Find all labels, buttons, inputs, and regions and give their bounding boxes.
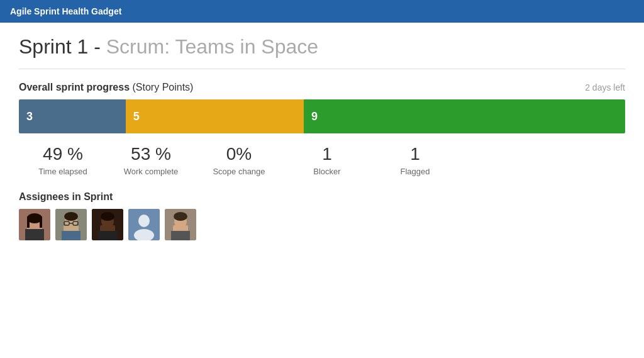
stat-flagged: 1 Flagged [371, 145, 459, 176]
avatar-4[interactable] [128, 209, 160, 240]
bar-segment-green: 9 [304, 99, 625, 133]
avatar-1[interactable] [19, 209, 50, 240]
progress-bar: 3 5 9 [19, 99, 625, 133]
stat-scope-change-label: Scope change [195, 167, 283, 176]
stat-work-complete-label: Work complete [107, 167, 195, 176]
progress-header: Overall sprint progress (Story Points) 2… [19, 82, 625, 93]
bar-green-value: 9 [311, 110, 318, 123]
bar-segment-yellow: 5 [126, 99, 304, 133]
stat-scope-change-value: 0% [195, 145, 283, 164]
svg-rect-27 [171, 231, 190, 240]
avatar-5[interactable] [165, 209, 196, 240]
stat-work-complete-value: 53 % [107, 145, 195, 164]
svg-rect-4 [25, 229, 44, 240]
assignees-title: Assignees in Sprint [19, 191, 625, 203]
svg-rect-5 [27, 216, 30, 228]
stats-row: 49 % Time elapsed 53 % Work complete 0% … [19, 145, 625, 176]
bar-segment-blue: 3 [19, 99, 126, 133]
divider [19, 69, 625, 69]
svg-rect-19 [98, 231, 117, 240]
stat-blocker: 1 Blocker [283, 145, 371, 176]
bar-blue-value: 3 [26, 110, 33, 123]
svg-point-9 [64, 212, 78, 221]
stat-time-elapsed: 49 % Time elapsed [19, 145, 107, 176]
main-content: Sprint 1 - Scrum: Teams in Space Overall… [0, 23, 644, 253]
stat-scope-change: 0% Scope change [195, 145, 283, 176]
avatar-2[interactable] [55, 209, 87, 240]
app-header: Agile Sprint Health Gadget [0, 0, 644, 23]
svg-point-17 [101, 212, 114, 221]
avatar-3[interactable] [92, 209, 123, 240]
stat-time-elapsed-label: Time elapsed [19, 167, 107, 176]
stat-flagged-value: 1 [371, 145, 459, 164]
stat-flagged-label: Flagged [371, 167, 459, 176]
svg-point-25 [174, 212, 187, 221]
svg-point-21 [138, 215, 150, 227]
svg-rect-6 [40, 216, 42, 228]
stat-blocker-value: 1 [283, 145, 371, 164]
svg-rect-11 [62, 231, 80, 240]
stat-work-complete: 53 % Work complete [107, 145, 195, 176]
stat-blocker-label: Blocker [283, 167, 371, 176]
stat-time-elapsed-value: 49 % [19, 145, 107, 164]
app-title: Agile Sprint Health Gadget [10, 6, 121, 16]
sprint-title: Sprint 1 - Scrum: Teams in Space [19, 35, 625, 59]
avatars-list [19, 209, 625, 240]
assignees-section: Assignees in Sprint [19, 191, 625, 240]
progress-label: Overall sprint progress (Story Points) [19, 82, 193, 93]
days-left: 2 days left [585, 82, 625, 92]
bar-yellow-value: 5 [133, 110, 140, 123]
